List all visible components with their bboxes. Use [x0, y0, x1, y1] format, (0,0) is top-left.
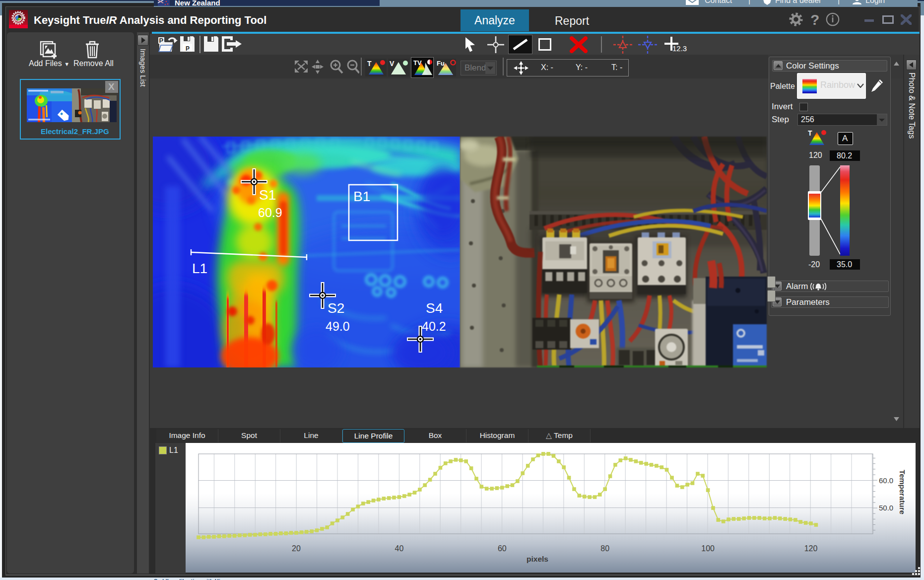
- svg-text:L1: L1: [192, 261, 207, 276]
- svg-text:80: 80: [600, 544, 609, 553]
- svg-text:S1: S1: [259, 187, 276, 203]
- svg-text:TV: TV: [413, 59, 422, 67]
- svg-text:120: 120: [804, 544, 818, 553]
- svg-text:P: P: [186, 45, 190, 52]
- svg-text:50.0: 50.0: [879, 504, 893, 512]
- svg-text:49.0: 49.0: [326, 319, 350, 333]
- svg-text:100: 100: [701, 544, 715, 553]
- svg-text:60: 60: [498, 544, 507, 553]
- svg-text:60.0: 60.0: [879, 476, 893, 485]
- svg-text:40.2: 40.2: [422, 319, 446, 333]
- svg-text:T: T: [367, 60, 372, 68]
- svg-text:20: 20: [292, 544, 301, 553]
- svg-text:pixels: pixels: [527, 555, 548, 563]
- svg-text:B1: B1: [353, 189, 370, 204]
- svg-text:S4: S4: [426, 300, 443, 316]
- svg-text:P: P: [159, 37, 164, 44]
- svg-text:?: ?: [810, 11, 819, 27]
- svg-text:Fu: Fu: [437, 60, 445, 67]
- svg-text:40: 40: [395, 544, 404, 553]
- svg-text:Temperature: Temperature: [898, 470, 907, 514]
- svg-text:60.9: 60.9: [258, 206, 282, 219]
- svg-text:S2: S2: [328, 300, 344, 316]
- svg-text:T: T: [808, 130, 812, 137]
- svg-text:V: V: [390, 60, 395, 68]
